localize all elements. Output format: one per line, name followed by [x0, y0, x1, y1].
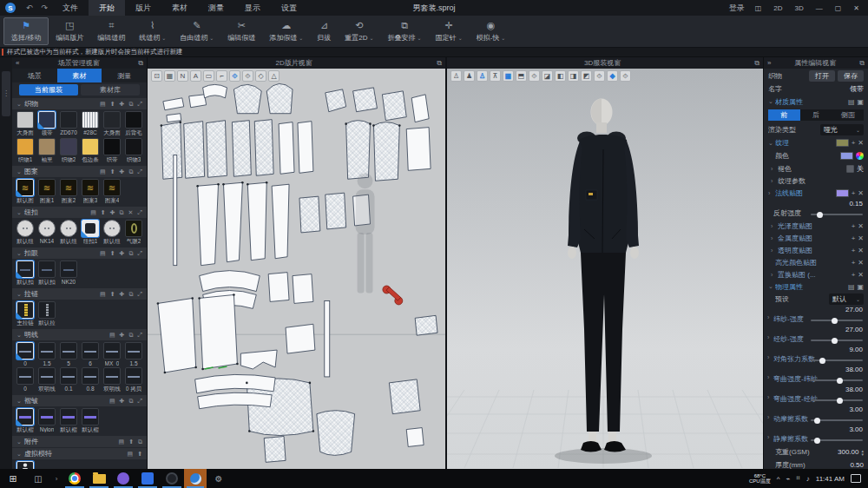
section-fabric[interactable]: ⌄ 织物 ▤ ⬆ ✚ ⧉ ⤢: [12, 98, 147, 109]
folder-icon[interactable]: ▤: [119, 439, 125, 445]
folder-icon[interactable]: ▤: [128, 451, 134, 458]
taskbar-app-blue-icon[interactable]: [135, 469, 160, 488]
show-garment-tool-icon[interactable]: ⟐: [229, 70, 240, 82]
garment-solid-tool-icon[interactable]: ⟐: [620, 70, 631, 82]
texture-params-label[interactable]: 纹理参数: [778, 176, 864, 186]
topstitch-item-selected[interactable]: 0: [15, 342, 36, 366]
import-icon[interactable]: ⬆: [128, 439, 134, 445]
add-icon[interactable]: +: [852, 271, 856, 279]
pattern-item[interactable]: 图案3: [80, 179, 101, 205]
pattern-thumb[interactable]: [60, 179, 77, 196]
fold-arrange-button[interactable]: ⧉ 折叠安排⌄: [381, 17, 429, 45]
button-item[interactable]: 气眼2: [123, 220, 144, 246]
fit-view-tool-icon[interactable]: ⟐: [594, 70, 605, 82]
section-accessory[interactable]: ⌄ 附件 ▤ ⬆ ⧉: [12, 436, 147, 447]
add-icon[interactable]: +: [852, 189, 856, 197]
section-button[interactable]: ⌄ 纽扣 ▤ ⬆ ✚ ⧉ ✕ ⤢: [12, 207, 147, 218]
reflect-slider[interactable]: [811, 214, 863, 215]
preset-dropdown[interactable]: 默认 ⌄: [829, 293, 864, 305]
pattern-item-selected[interactable]: 默认图: [15, 179, 36, 205]
strain-view-tool-icon[interactable]: ◩: [581, 70, 592, 82]
topstitch-thumb[interactable]: [60, 342, 77, 359]
topstitch-thumb[interactable]: [125, 367, 142, 385]
topstitch-item[interactable]: 1.5: [123, 342, 144, 366]
avatar-tool-icon[interactable]: ♙: [450, 70, 462, 82]
notification-center-icon[interactable]: [851, 474, 861, 483]
fabric-swatch[interactable]: [125, 111, 142, 129]
trash-icon[interactable]: ✕: [858, 139, 864, 147]
topstitch-thumb[interactable]: [82, 367, 99, 385]
add-icon[interactable]: +: [852, 222, 856, 230]
render-tool-icon[interactable]: ◆: [607, 70, 618, 82]
taskbar-app-dark-icon[interactable]: [160, 469, 184, 488]
import-icon[interactable]: ⬆: [110, 168, 115, 175]
popout-icon[interactable]: ⧉: [754, 59, 760, 68]
normal-map-swatch[interactable]: [836, 189, 849, 197]
topstitch-thumb[interactable]: [60, 367, 77, 385]
trash-icon[interactable]: ✕: [858, 222, 864, 230]
topstitch-item[interactable]: 5: [58, 342, 79, 366]
section-shirring[interactable]: ⌄ 褶皱 ▤ ✚ ⧉ ⤢: [12, 395, 147, 406]
topstitch-thumb[interactable]: [16, 367, 34, 385]
weft-strength-slider[interactable]: [811, 320, 863, 321]
add-icon[interactable]: ✚: [120, 332, 125, 339]
expand-icon[interactable]: ⤢: [137, 332, 142, 339]
fabric-item[interactable]: #28C: [80, 111, 101, 137]
edit-sewing-button[interactable]: ⌗ 编辑缝纫: [90, 17, 132, 45]
start-button[interactable]: ⊞: [0, 469, 26, 488]
fabric-item[interactable]: 织物3: [123, 138, 144, 164]
redo-icon[interactable]: ↷: [37, 3, 53, 12]
save-button[interactable]: 保存: [838, 70, 864, 82]
folder-icon[interactable]: ▤: [109, 398, 115, 405]
fabric-item[interactable]: 织物2: [58, 138, 79, 164]
avatar-show-tool-icon[interactable]: ♙: [477, 70, 488, 82]
import-icon[interactable]: ⬆: [110, 101, 115, 108]
simulate-button[interactable]: ◉ 模拟-快⌄: [470, 17, 513, 45]
weight-stepper[interactable]: ▴ ▾: [861, 449, 864, 456]
shirring-thumb[interactable]: [16, 408, 34, 425]
copy-icon[interactable]: ⧉: [138, 439, 142, 445]
add-icon[interactable]: ✚: [120, 250, 125, 257]
rect-tool-icon[interactable]: ▭: [203, 70, 214, 82]
metal-map-label[interactable]: 金属度贴图: [778, 234, 849, 243]
zipper-item-selected[interactable]: 主拉链: [15, 301, 36, 327]
fabric-item[interactable]: 织物1: [15, 138, 36, 164]
shirring-item[interactable]: 默认褶: [80, 408, 101, 434]
tray-chevron-up-icon[interactable]: ^: [777, 475, 780, 483]
folder-icon[interactable]: ▤: [90, 209, 96, 216]
reset-2d-button[interactable]: ⟲ 重置2D⌄: [338, 17, 380, 45]
tray-network-icon[interactable]: ⌗: [796, 474, 800, 483]
folder-icon[interactable]: ▤: [100, 168, 106, 175]
fabric-item[interactable]: ZD670: [58, 111, 79, 137]
buttonhole-thumb[interactable]: [38, 260, 56, 278]
fabric-swatch[interactable]: [103, 111, 121, 129]
avatar-thumb[interactable]: [16, 461, 34, 469]
grid-tool-icon[interactable]: ▦: [164, 70, 175, 82]
buttonhole-item[interactable]: NK20: [58, 260, 79, 287]
fabric-tool-icon[interactable]: △: [268, 70, 279, 82]
section-topstitch[interactable]: ⌄ 明线 ▤ ✚ ⧉ ⤢: [12, 329, 147, 340]
panel-drag-handle[interactable]: ⋮: [2, 71, 10, 116]
fabric-item[interactable]: 袖里: [36, 138, 57, 164]
topstitch-thumb[interactable]: [16, 342, 34, 359]
folder-icon[interactable]: ▤: [109, 332, 115, 339]
garment-tool-icon[interactable]: ⟐: [529, 70, 540, 82]
menu-pattern[interactable]: 版片: [125, 0, 161, 16]
fabric-swatch[interactable]: [125, 138, 142, 155]
fabric-swatch[interactable]: [38, 138, 56, 155]
topstitch-item[interactable]: 双明线: [36, 367, 57, 393]
fabric-swatch[interactable]: [38, 111, 56, 129]
tab-measure[interactable]: 测量: [102, 69, 147, 82]
section-avatar[interactable]: ⌄ 虚拟模特 ▤ ⬆: [12, 448, 147, 459]
button-thumb[interactable]: [82, 220, 99, 237]
avatar-outline-tool-icon[interactable]: ♟: [464, 70, 475, 82]
avatar-base-tool-icon[interactable]: ⊼: [490, 70, 501, 82]
button-item[interactable]: 默认纽: [58, 220, 79, 246]
button-item[interactable]: NK14: [36, 220, 57, 246]
render-type-dropdown[interactable]: 哑光 ⌄: [820, 124, 864, 135]
topstitch-thumb[interactable]: [103, 367, 121, 385]
shirring-item[interactable]: Nylon: [36, 408, 57, 434]
thickness-view-tool-icon[interactable]: ◧: [555, 70, 566, 82]
trash-icon[interactable]: ✕: [858, 189, 864, 197]
topstitch-item[interactable]: 0 拷贝: [123, 367, 144, 393]
